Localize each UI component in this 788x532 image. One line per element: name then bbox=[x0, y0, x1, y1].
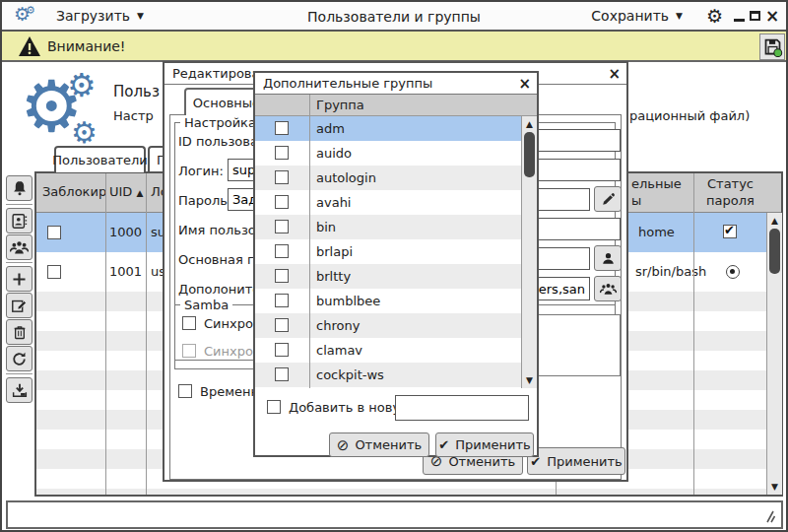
col-header-uid[interactable]: UID ▲ bbox=[109, 184, 143, 199]
col-header-status-line2[interactable]: пароля bbox=[693, 193, 767, 208]
edit-user-button[interactable] bbox=[6, 293, 33, 318]
group-row[interactable]: adm bbox=[255, 116, 537, 141]
group-checkbox[interactable] bbox=[275, 343, 289, 357]
group-checkbox[interactable] bbox=[275, 220, 289, 233]
app-gears-icon: ⚙⚙ bbox=[14, 5, 40, 25]
download-icon bbox=[11, 382, 29, 399]
warning-bar: Внимание! bbox=[2, 32, 786, 62]
group-checkbox[interactable] bbox=[275, 367, 289, 381]
refresh-button[interactable] bbox=[6, 346, 33, 371]
minimize-button[interactable] bbox=[731, 8, 747, 24]
app-logo-gear-icon: ⚙ bbox=[67, 69, 97, 101]
scroll-down-icon[interactable]: ▼ bbox=[767, 482, 782, 492]
save-file-button[interactable] bbox=[759, 33, 785, 60]
group-row[interactable]: clamav bbox=[255, 338, 537, 363]
row-checkbox[interactable] bbox=[47, 226, 61, 239]
group-name: bin bbox=[316, 220, 336, 234]
group-checkbox[interactable] bbox=[275, 170, 289, 184]
pick-main-group-button[interactable] bbox=[594, 245, 622, 271]
scroll-up-icon[interactable]: ▲ bbox=[767, 216, 782, 226]
login-label: Логин: bbox=[178, 164, 224, 178]
load-menu[interactable]: Загрузить ▼ bbox=[56, 8, 144, 24]
group-row[interactable]: avahi bbox=[255, 190, 537, 215]
users-group-icon bbox=[600, 282, 617, 297]
sort-asc-icon: ▲ bbox=[137, 188, 144, 198]
scrollbar-thumb[interactable] bbox=[769, 229, 780, 274]
chevron-down-icon: ▼ bbox=[137, 11, 144, 21]
group-list: admauidoautologinavahibinbrlapibrlttybum… bbox=[255, 116, 537, 387]
group-checkbox[interactable] bbox=[275, 244, 289, 258]
user-account-button[interactable] bbox=[6, 208, 33, 233]
temporary-checkbox[interactable] bbox=[178, 384, 192, 398]
group-checkbox[interactable] bbox=[275, 121, 289, 135]
groups-vertical-scrollbar[interactable]: ▲ ▼ bbox=[521, 116, 537, 388]
save-menu[interactable]: Сохранить ▼ bbox=[591, 8, 683, 24]
cell-uid: 1001 bbox=[105, 264, 146, 279]
group-name: adm bbox=[316, 121, 345, 136]
checkmark-icon: ✔ bbox=[724, 223, 735, 237]
pencil-icon bbox=[601, 192, 616, 207]
titlebar: ⚙⚙ Загрузить ▼ Пользователи и группы Сох… bbox=[2, 2, 786, 32]
samba-sync2-checkbox-disabled bbox=[182, 344, 196, 358]
close-icon[interactable]: × bbox=[518, 75, 531, 93]
col-header-extra-groups-line1[interactable]: ельные bbox=[631, 176, 682, 191]
tab-basic-label: Основные bbox=[193, 96, 260, 110]
edit-password-button[interactable] bbox=[594, 186, 622, 212]
edit-apply-button[interactable]: ✔ Применить bbox=[527, 447, 625, 475]
group-row[interactable]: brltty bbox=[255, 264, 537, 289]
col-header-status-line1[interactable]: Статус bbox=[693, 176, 767, 191]
scroll-down-icon[interactable]: ▼ bbox=[522, 375, 537, 385]
settings-gear-icon[interactable]: ⚙ bbox=[706, 5, 723, 27]
col-header-extra-groups-line2[interactable]: ы bbox=[631, 193, 641, 208]
password-status-radio[interactable] bbox=[726, 265, 740, 279]
col-header-locked[interactable]: Заблокир bbox=[42, 184, 106, 199]
add-user-button[interactable] bbox=[6, 266, 33, 292]
groups-button[interactable] bbox=[6, 234, 33, 260]
refresh-icon bbox=[11, 351, 28, 367]
group-column-header: Группа bbox=[316, 98, 364, 112]
groups-apply-button[interactable]: ✔ Применить bbox=[435, 432, 534, 457]
group-checkbox[interactable] bbox=[275, 318, 289, 332]
person-icon bbox=[601, 251, 616, 266]
maximize-button[interactable] bbox=[747, 8, 762, 24]
add-new-group-checkbox[interactable] bbox=[267, 400, 281, 414]
password-status-checked[interactable]: ✔ bbox=[723, 225, 737, 238]
group-row[interactable]: brlapi bbox=[255, 239, 537, 264]
app-window: ⚙⚙ Загрузить ▼ Пользователи и группы Сох… bbox=[0, 0, 788, 532]
tab-users[interactable]: Пользователи bbox=[54, 146, 146, 172]
group-name: cockpit-ws bbox=[316, 367, 384, 382]
save-menu-label: Сохранить bbox=[591, 8, 669, 24]
group-name: bumblbee bbox=[316, 294, 380, 308]
group-checkbox[interactable] bbox=[275, 195, 289, 209]
group-row[interactable]: chrony bbox=[255, 313, 537, 338]
group-row[interactable]: cockpit-ws bbox=[255, 363, 537, 387]
close-icon[interactable]: × bbox=[608, 65, 621, 83]
install-download-button[interactable] bbox=[6, 377, 33, 403]
table-vertical-scrollbar[interactable]: ▲ ▼ bbox=[766, 213, 782, 495]
samba-sync-checkbox[interactable] bbox=[182, 316, 196, 330]
group-checkbox[interactable] bbox=[275, 146, 289, 160]
pick-extra-groups-button[interactable] bbox=[594, 276, 622, 301]
group-row[interactable]: bumblbee bbox=[255, 289, 537, 313]
delete-user-button[interactable] bbox=[6, 319, 33, 345]
scrollbar-thumb[interactable] bbox=[524, 132, 535, 177]
group-checkbox[interactable] bbox=[275, 269, 289, 283]
group-checkbox[interactable] bbox=[275, 294, 289, 307]
load-menu-label: Загрузить bbox=[56, 8, 130, 24]
notifications-button[interactable] bbox=[6, 175, 33, 201]
floppy-save-icon bbox=[762, 36, 783, 57]
group-name: chrony bbox=[316, 318, 360, 333]
add-new-group-input[interactable] bbox=[395, 395, 529, 421]
group-row[interactable]: auido bbox=[255, 141, 537, 166]
close-button[interactable]: × bbox=[764, 8, 780, 24]
group-name: auido bbox=[316, 146, 352, 161]
groups-cancel-button[interactable]: ⊘ Отменить bbox=[329, 432, 429, 457]
group-row[interactable]: bin bbox=[255, 215, 537, 239]
chevron-down-icon: ▼ bbox=[676, 11, 683, 21]
group-row[interactable]: autologin bbox=[255, 166, 537, 190]
row-checkbox[interactable] bbox=[47, 265, 61, 279]
scroll-up-icon[interactable]: ▲ bbox=[522, 119, 537, 129]
resize-grip-icon[interactable] bbox=[759, 509, 775, 523]
group-name: autologin bbox=[316, 170, 376, 185]
page-subtitle-right-fragment: рационный файл) bbox=[629, 108, 750, 123]
